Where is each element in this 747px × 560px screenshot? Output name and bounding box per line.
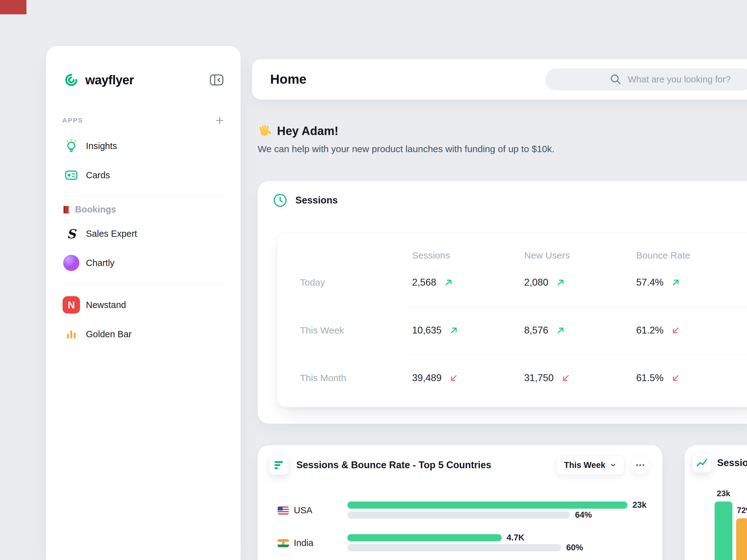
brand-logo: wayflyer (62, 71, 134, 89)
sessions-bar-value: 4.7K (507, 533, 524, 542)
trend-arrow-icon (449, 326, 459, 335)
sidebar-item-label: Chartly (86, 258, 114, 268)
trend-arrow-icon (556, 278, 565, 287)
india-flag-icon (278, 539, 289, 547)
metric-cell: 57.4% (636, 277, 747, 288)
bar-chart-icon (269, 455, 289, 475)
sales-expert-logo-icon: S (62, 224, 80, 243)
sidebar-item-label: Cards (86, 170, 110, 181)
brand-name: wayflyer (85, 73, 134, 87)
greeting-title: Hey Adam! (277, 125, 338, 138)
collapse-sidebar-icon (209, 74, 224, 86)
plus-icon (215, 116, 225, 125)
metric-cell: 2,568 (412, 277, 524, 288)
trend-arrow-icon (671, 326, 680, 335)
sidebar-item-label: Sales Expert (86, 229, 137, 239)
greeting-block: Hey Adam! We can help with your new prod… (258, 124, 554, 154)
sidebar-item-newstand[interactable]: N Newstand (62, 292, 225, 318)
bar-value-label: 23k (717, 489, 730, 499)
metric-value: 10,635 (412, 325, 442, 336)
wayflyer-logo-icon (62, 71, 80, 89)
add-app-button[interactable] (215, 116, 225, 125)
lightbulb-icon (62, 137, 80, 155)
metric-cell: 61.5% (636, 372, 747, 383)
row-label: This Week (300, 325, 412, 336)
metric-cell: 8,576 (524, 325, 636, 336)
mini-card-title: Sessions (717, 457, 747, 469)
bounce-rate-bar (347, 511, 570, 518)
countries-card-title: Sessions & Bounce Rate - Top 5 Countries (296, 459, 491, 471)
table-row-this-week: This Week 10,635 8,576 61.2% (300, 309, 747, 352)
card-icon (62, 166, 80, 184)
more-options-button[interactable] (630, 455, 650, 475)
vertical-bar (736, 518, 747, 560)
sessions-table: Sessions New Users Bounce Rate Today 2,5… (277, 232, 747, 407)
trend-arrow-icon (561, 373, 570, 383)
greeting-subtitle: We can help with your new product launch… (258, 144, 554, 154)
top-header: Home (252, 59, 747, 100)
row-divider (407, 355, 747, 355)
mini-bar-chart: 23k 72% (715, 492, 747, 560)
metric-cell: 31,750 (524, 372, 636, 383)
row-divider (407, 308, 747, 308)
bounce-rate-value: 64% (575, 510, 592, 520)
page-title: Home (270, 72, 307, 87)
chartly-logo-icon (62, 254, 80, 272)
search-bar[interactable] (545, 69, 747, 90)
metric-value: 39,489 (412, 372, 442, 383)
metric-value: 61.2% (636, 325, 664, 336)
trend-arrow-icon (449, 373, 459, 383)
apps-section-label: APPS (62, 117, 83, 124)
metric-cell: 39,489 (412, 372, 524, 383)
sessions-bar-value: 23k (633, 500, 646, 510)
countries-card: Sessions & Bounce Rate - Top 5 Countries… (258, 445, 662, 560)
column-header-sessions: Sessions (412, 250, 524, 261)
sidebar: wayflyer APPS (46, 46, 240, 560)
sessions-card-title: Sessions (295, 195, 338, 206)
ellipsis-icon (636, 463, 645, 466)
search-input[interactable] (628, 74, 747, 85)
bookings-section-label: Bookings (75, 205, 116, 215)
chevron-down-icon (610, 462, 617, 469)
bounce-rate-value: 60% (566, 543, 583, 553)
clock-icon (273, 193, 288, 208)
sidebar-item-label: Golden Bar (86, 329, 132, 340)
mini-sessions-card: Sessions 23k 72% (685, 445, 747, 560)
country-row-india: India 4.7K 60% (278, 534, 650, 551)
red-book-icon (62, 205, 71, 214)
waving-hand-icon (258, 124, 272, 138)
sidebar-divider (58, 196, 223, 196)
country-row-usa: USA 23k 64% (278, 502, 650, 518)
metric-value: 8,576 (524, 325, 548, 336)
sessions-card: Sessions Sessions New Users Bounce Rate … (258, 181, 747, 424)
trend-arrow-icon (556, 326, 565, 335)
column-header-new-users: New Users (524, 250, 636, 261)
country-label: India (294, 538, 313, 548)
search-icon (609, 73, 622, 86)
bar-value-label: 72% (737, 506, 747, 515)
trend-arrow-icon (671, 278, 680, 287)
row-label: This Month (300, 373, 412, 383)
sidebar-item-chartly[interactable]: Chartly (62, 250, 225, 276)
sidebar-item-sales-expert[interactable]: S Sales Expert (62, 221, 225, 246)
sidebar-item-golden-bar[interactable]: Golden Bar (62, 321, 225, 347)
newstand-logo-icon: N (62, 296, 80, 314)
sidebar-item-insights[interactable]: Insights (62, 133, 225, 159)
collapse-sidebar-button[interactable] (209, 73, 225, 87)
table-row-this-month: This Month 39,489 31,750 61.5% (300, 356, 747, 400)
trend-arrow-icon (671, 373, 680, 383)
usa-flag-icon (278, 506, 289, 514)
period-selector[interactable]: This Week (556, 455, 624, 475)
metric-value: 31,750 (524, 372, 554, 383)
metric-cell: 2,080 (524, 277, 636, 288)
metric-cell: 61.2% (636, 325, 747, 336)
sidebar-item-label: Newstand (86, 300, 126, 310)
metric-value: 61.5% (636, 372, 664, 383)
sessions-bar (347, 534, 502, 541)
sidebar-item-cards[interactable]: Cards (62, 162, 225, 188)
period-selector-label: This Week (564, 460, 606, 470)
column-header-bounce-rate: Bounce Rate (636, 250, 747, 261)
vertical-bar (715, 502, 732, 560)
trend-arrow-icon (444, 278, 453, 287)
metric-cell: 10,635 (412, 325, 524, 336)
